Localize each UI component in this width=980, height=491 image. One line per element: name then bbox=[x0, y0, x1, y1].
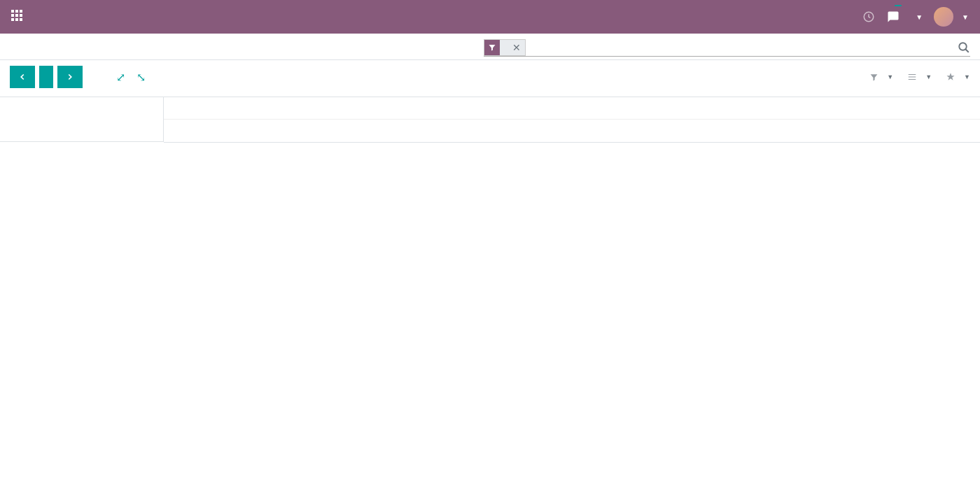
expand-icon[interactable]: ⤢ bbox=[116, 71, 125, 84]
company-switcher[interactable]: ▼ bbox=[911, 13, 923, 21]
gantt-left bbox=[0, 97, 164, 143]
close-icon[interactable]: ✕ bbox=[508, 42, 525, 53]
filter-icon bbox=[484, 40, 500, 55]
chevron-down-icon: ▼ bbox=[887, 73, 893, 80]
month-label bbox=[164, 97, 980, 120]
next-button[interactable] bbox=[57, 66, 83, 88]
messages-badge bbox=[895, 5, 902, 6]
chevron-down-icon: ▼ bbox=[916, 13, 923, 21]
toolbar: ⤢ ⤡ ▼ ▼ ▼ bbox=[0, 60, 980, 97]
gantt-header-label bbox=[0, 97, 164, 142]
chevron-down-icon: ▼ bbox=[962, 13, 969, 21]
days-row bbox=[164, 120, 980, 142]
user-menu[interactable]: ▼ bbox=[934, 7, 969, 27]
search-wrap: ✕ bbox=[484, 39, 970, 57]
groupby-dropdown[interactable]: ▼ bbox=[907, 72, 932, 82]
gantt bbox=[0, 97, 980, 143]
chevron-down-icon: ▼ bbox=[964, 73, 970, 80]
search-icon[interactable] bbox=[958, 41, 970, 54]
today-button[interactable] bbox=[39, 66, 53, 88]
activity-icon[interactable] bbox=[862, 10, 875, 23]
svg-point-1 bbox=[959, 43, 967, 50]
filters-dropdown[interactable]: ▼ bbox=[869, 72, 893, 82]
chevron-down-icon: ▼ bbox=[925, 73, 932, 80]
gantt-right[interactable] bbox=[164, 97, 980, 143]
control-bar: ✕ bbox=[0, 34, 980, 60]
apps-icon[interactable] bbox=[11, 10, 25, 24]
prev-button[interactable] bbox=[10, 66, 35, 88]
favorites-dropdown[interactable]: ▼ bbox=[946, 72, 970, 82]
avatar bbox=[934, 7, 953, 27]
messages-icon[interactable] bbox=[886, 10, 900, 23]
topnav: ▼ ▼ bbox=[0, 0, 980, 34]
filter-tag[interactable]: ✕ bbox=[484, 39, 526, 56]
search-input[interactable] bbox=[526, 39, 958, 56]
collapse-icon[interactable]: ⤡ bbox=[136, 71, 146, 84]
